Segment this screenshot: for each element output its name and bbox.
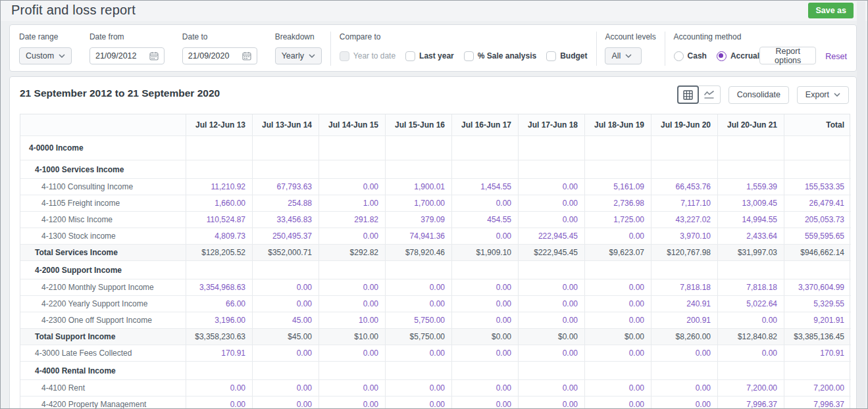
cell-value[interactable]: 0.00 (319, 228, 386, 245)
cell-value[interactable]: 155,533.35 (784, 179, 851, 195)
breakdown-select[interactable]: Yearly (275, 47, 322, 64)
cell-value[interactable]: 254.88 (253, 195, 319, 212)
cell-value[interactable]: 170.91 (784, 345, 851, 362)
cell-value[interactable]: 0.00 (651, 380, 718, 397)
cell-value[interactable]: 0.00 (585, 380, 651, 397)
save-as-button[interactable]: Save as (808, 3, 854, 18)
cell-value[interactable]: 291.82 (319, 212, 386, 228)
cell-value[interactable]: 0.00 (319, 380, 386, 397)
radio-accrual[interactable]: Accrual (717, 51, 759, 61)
cell-value[interactable]: 0.00 (253, 279, 319, 296)
cell-value[interactable]: 559,595.65 (784, 228, 851, 245)
checkbox-sale-analysis[interactable]: % Sale analysis (464, 51, 536, 61)
cell-value[interactable]: 0.00 (452, 195, 519, 212)
cell-value[interactable]: 7,818.18 (651, 279, 718, 296)
cell-value[interactable]: 0.00 (519, 212, 585, 228)
cell-value[interactable]: 0.00 (519, 345, 585, 362)
cell-value[interactable]: 33,456.83 (253, 212, 319, 228)
cell-value[interactable]: 205,053.73 (784, 212, 851, 228)
vertical-scrollbar[interactable] (857, 1, 865, 408)
cell-value[interactable]: 11,210.92 (186, 179, 253, 195)
cell-value[interactable]: 0.00 (452, 296, 519, 312)
cell-value[interactable]: 2,433.64 (718, 228, 784, 245)
cell-value[interactable]: 1,660.00 (186, 195, 253, 212)
table-view-button[interactable] (677, 85, 699, 104)
checkbox-budget[interactable]: Budget (546, 51, 587, 61)
cell-value[interactable]: 222,945.45 (519, 228, 585, 245)
cell-value[interactable]: 0.00 (186, 380, 253, 397)
cell-value[interactable]: 0.00 (186, 397, 253, 409)
report-options-button[interactable]: Report options (759, 47, 816, 64)
cell-value[interactable]: 0.00 (319, 279, 386, 296)
cell-value[interactable]: 0.00 (452, 345, 519, 362)
cell-value[interactable]: 5,329.55 (784, 296, 851, 312)
cell-value[interactable]: 0.00 (452, 312, 519, 329)
cell-value[interactable]: 0.00 (452, 279, 519, 296)
cell-value[interactable]: 66.00 (186, 296, 253, 312)
cell-value[interactable]: 0.00 (452, 380, 519, 397)
cell-value[interactable]: 0.00 (386, 345, 452, 362)
cell-value[interactable]: 0.00 (519, 279, 585, 296)
checkbox-last-year[interactable]: Last year (405, 51, 454, 61)
cell-value[interactable]: 0.00 (585, 228, 651, 245)
cell-value[interactable]: 0.00 (651, 397, 718, 409)
cell-value[interactable]: 0.00 (452, 397, 519, 409)
cell-value[interactable]: 0.00 (319, 345, 386, 362)
cell-value[interactable]: 3,196.00 (186, 312, 253, 329)
cell-value[interactable]: 1,725.00 (585, 212, 651, 228)
cell-value[interactable]: 250,495.37 (253, 228, 319, 245)
cell-value[interactable]: 2,736.98 (585, 195, 651, 212)
cell-value[interactable]: 0.00 (386, 296, 452, 312)
cell-value[interactable]: 7,117.10 (651, 195, 718, 212)
cell-value[interactable]: 0.00 (253, 397, 319, 409)
cell-value[interactable]: 67,793.63 (253, 179, 319, 195)
cell-value[interactable]: 0.00 (519, 380, 585, 397)
cell-value[interactable]: 7,200.00 (784, 380, 851, 397)
cell-value[interactable]: 1,700.00 (386, 195, 452, 212)
cell-value[interactable]: 0.00 (585, 312, 651, 329)
cell-value[interactable]: 5,161.09 (585, 179, 651, 195)
cell-value[interactable]: 7,200.00 (718, 380, 784, 397)
export-button[interactable]: Export (797, 86, 849, 104)
cell-value[interactable]: 0.00 (585, 279, 651, 296)
cell-value[interactable]: 0.00 (253, 380, 319, 397)
cell-value[interactable]: 0.00 (452, 228, 519, 245)
cell-value[interactable]: 0.00 (253, 345, 319, 362)
cell-value[interactable]: 3,970.10 (651, 228, 718, 245)
cell-value[interactable]: 3,354,968.63 (186, 279, 253, 296)
cell-value[interactable]: 0.00 (519, 312, 585, 329)
cell-value[interactable]: 0.00 (585, 296, 651, 312)
cell-value[interactable]: 0.00 (386, 380, 452, 397)
cell-value[interactable]: 0.00 (519, 296, 585, 312)
cell-value[interactable]: 0.00 (253, 296, 319, 312)
cell-value[interactable]: 5,022.64 (718, 296, 784, 312)
cell-value[interactable]: 0.00 (718, 312, 784, 329)
cell-value[interactable]: 240.91 (651, 296, 718, 312)
date-range-select[interactable]: Custom (19, 47, 72, 64)
cell-value[interactable]: 7,818.18 (718, 279, 784, 296)
cell-value[interactable]: 45.00 (253, 312, 319, 329)
cell-value[interactable]: 170.91 (186, 345, 253, 362)
cell-value[interactable]: 26,479.41 (784, 195, 851, 212)
cell-value[interactable]: 1,559.39 (718, 179, 784, 195)
date-from-input[interactable]: 21/09/2012 (89, 47, 165, 64)
cell-value[interactable]: 10.00 (319, 312, 386, 329)
cell-value[interactable]: 1.00 (319, 195, 386, 212)
cell-value[interactable]: 0.00 (319, 179, 386, 195)
cell-value[interactable]: 66,453.76 (651, 179, 718, 195)
cell-value[interactable]: 0.00 (386, 279, 452, 296)
cell-value[interactable]: 0.00 (519, 179, 585, 195)
cell-value[interactable]: 110,524.87 (186, 212, 253, 228)
cell-value[interactable]: 1,454.55 (452, 179, 519, 195)
cell-value[interactable]: 0.00 (519, 195, 585, 212)
date-to-input[interactable]: 21/09/2020 (182, 47, 257, 64)
chart-view-button[interactable] (699, 85, 721, 104)
cell-value[interactable]: 0.00 (319, 296, 386, 312)
calendar-icon[interactable] (242, 51, 251, 60)
cell-value[interactable]: 0.00 (585, 345, 651, 362)
cell-value[interactable]: 4,809.73 (186, 228, 253, 245)
cell-value[interactable]: 43,227.02 (651, 212, 718, 228)
cell-value[interactable]: 1,900.01 (386, 179, 452, 195)
cell-value[interactable]: 0.00 (585, 397, 651, 409)
cell-value[interactable]: 0.00 (319, 397, 386, 409)
